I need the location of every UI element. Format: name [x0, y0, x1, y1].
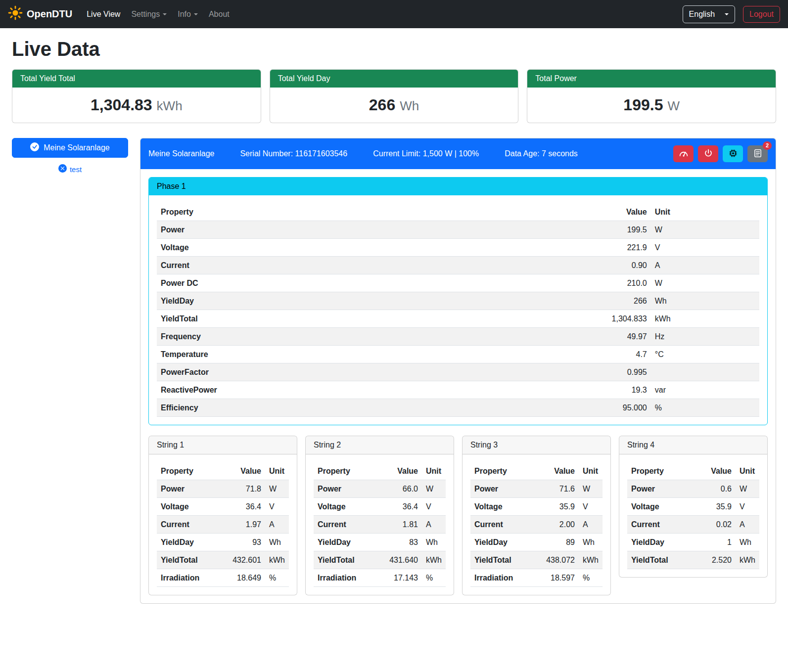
strings-row: String 1 Property Value Unit — [148, 436, 768, 595]
value-number: 199.5 — [623, 96, 663, 114]
value-cell: 18.649 — [229, 569, 265, 587]
unit-cell: Hz — [651, 328, 759, 346]
phase-card: Phase 1 Property Value Unit — [148, 177, 768, 425]
value-cell: 19.3 — [453, 381, 651, 399]
string-4-card: String 4 Property Value Unit — [619, 436, 768, 578]
nav-settings-label: Settings — [131, 10, 160, 19]
unit-cell: Wh — [265, 534, 289, 551]
string-body: Property Value Unit Power — [306, 454, 454, 587]
page-content: Live Data Total Yield Total 1,304.83kWh … — [0, 28, 788, 616]
table-row: Irradiation 18.597 % — [470, 569, 603, 587]
unit-cell: kWh — [265, 551, 289, 569]
event-count-badge: 2 — [763, 141, 772, 150]
value-unit: Wh — [400, 98, 419, 113]
unit-cell: °C — [651, 346, 759, 363]
table-row: YieldDay 83 Wh — [314, 534, 446, 551]
sidebar-item-meine-solaranlage[interactable]: Meine Solaranlage — [12, 138, 128, 158]
table-header-row: Property Value Unit — [627, 462, 759, 480]
inverter-body: Phase 1 Property Value Unit — [140, 169, 776, 603]
inverter-name: Meine Solaranlage — [148, 149, 214, 158]
language-select[interactable]: English — [683, 5, 735, 23]
property-cell: YieldDay — [470, 534, 542, 551]
value-cell: 0.02 — [700, 516, 736, 534]
navbar: OpenDTU Live View Settings Info About En… — [0, 0, 788, 28]
event-log-button[interactable]: 2 — [747, 145, 768, 162]
value-cell: 35.9 — [700, 498, 736, 516]
sidebar-item-test[interactable]: test — [12, 164, 128, 174]
inverter-sidebar: Meine Solaranlage test — [12, 138, 128, 174]
unit-cell: W — [265, 480, 289, 498]
unit-cell: Wh — [651, 292, 759, 310]
table-row: YieldTotal 2.520 kWh — [627, 551, 759, 569]
property-cell: Irradiation — [314, 569, 385, 587]
value-unit: kWh — [157, 98, 183, 113]
table-row: Voltage 35.9 V — [627, 498, 759, 516]
caret-down-icon — [194, 13, 198, 15]
nav-about-label: About — [209, 10, 230, 19]
summary-cards-row: Total Yield Total 1,304.83kWh Total Yiel… — [12, 69, 776, 123]
limit-settings-button[interactable] — [673, 145, 694, 162]
power-icon — [704, 149, 713, 159]
unit-cell: kWh — [422, 551, 446, 569]
nav-info-label: Info — [178, 10, 191, 19]
property-cell: YieldDay — [627, 534, 700, 551]
property-cell: YieldTotal — [627, 551, 700, 569]
total-yield-day-card: Total Yield Day 266Wh — [270, 69, 519, 123]
property-cell: YieldTotal — [470, 551, 542, 569]
column-header-value: Value — [542, 462, 579, 480]
nav-about[interactable]: About — [203, 6, 235, 23]
column-header-unit: Unit — [651, 203, 759, 221]
unit-cell: kWh — [736, 551, 759, 569]
logout-button[interactable]: Logout — [743, 6, 780, 23]
unit-cell: A — [736, 516, 759, 534]
property-cell: Voltage — [470, 498, 542, 516]
table-row: Irradiation 17.143 % — [314, 569, 446, 587]
property-cell: Power — [157, 480, 229, 498]
inverter-card: Meine Solaranlage Serial Number: 1161716… — [140, 138, 776, 604]
column-header-property: Property — [470, 462, 542, 480]
table-row: Voltage 221.9 V — [157, 239, 759, 257]
column-header-property: Property — [627, 462, 700, 480]
unit-cell: W — [651, 274, 759, 292]
property-cell: ReactivePower — [157, 381, 453, 399]
unit-cell: V — [265, 498, 289, 516]
card-title: Total Yield Day — [270, 70, 518, 88]
unit-cell: W — [422, 480, 446, 498]
column-header-unit: Unit — [265, 462, 289, 480]
property-cell: Current — [157, 516, 229, 534]
property-cell: Current — [627, 516, 700, 534]
nav-live-view[interactable]: Live View — [81, 6, 126, 23]
inverter-info-button[interactable] — [723, 145, 743, 162]
value-cell: 0.90 — [453, 257, 651, 274]
table-row: Irradiation 18.649 % — [157, 569, 289, 587]
phase-body: Property Value Unit Power 199.5 — [149, 195, 767, 417]
string-title: String 2 — [306, 436, 454, 454]
table-row: Current 2.00 A — [470, 516, 603, 534]
power-settings-button[interactable] — [698, 145, 718, 162]
unit-cell: kWh — [651, 310, 759, 328]
table-row: YieldTotal 432.601 kWh — [157, 551, 289, 569]
table-row: Power 71.6 W — [470, 480, 603, 498]
card-value: 199.5W — [527, 88, 776, 123]
nav-settings-dropdown[interactable]: Settings — [126, 6, 172, 23]
string-title: String 3 — [463, 436, 610, 454]
table-row: YieldTotal 1,304.833 kWh — [157, 310, 759, 328]
column-header-unit: Unit — [736, 462, 759, 480]
cpu-icon — [729, 149, 738, 159]
table-row: Current 1.81 A — [314, 516, 446, 534]
inverter-serial: Serial Number: 116171603546 — [240, 149, 347, 158]
caret-down-icon — [725, 13, 729, 15]
brand[interactable]: OpenDTU — [8, 5, 72, 23]
nav-info-dropdown[interactable]: Info — [172, 6, 203, 23]
string-4-table: Property Value Unit Power — [627, 462, 759, 569]
card-value: 1,304.83kWh — [12, 88, 261, 123]
value-cell: 36.4 — [229, 498, 265, 516]
string-title: String 4 — [619, 436, 767, 454]
unit-cell: A — [651, 257, 759, 274]
inverter-header: Meine Solaranlage Serial Number: 1161716… — [140, 138, 776, 169]
column-header-value: Value — [700, 462, 736, 480]
value-cell: 71.8 — [229, 480, 265, 498]
string-2-table-body: Power 66.0 W Voltage 36.4 V — [314, 480, 446, 587]
phase-table-body: Power 199.5 W Voltage 221.9 V — [157, 221, 759, 417]
unit-cell: W — [651, 221, 759, 239]
